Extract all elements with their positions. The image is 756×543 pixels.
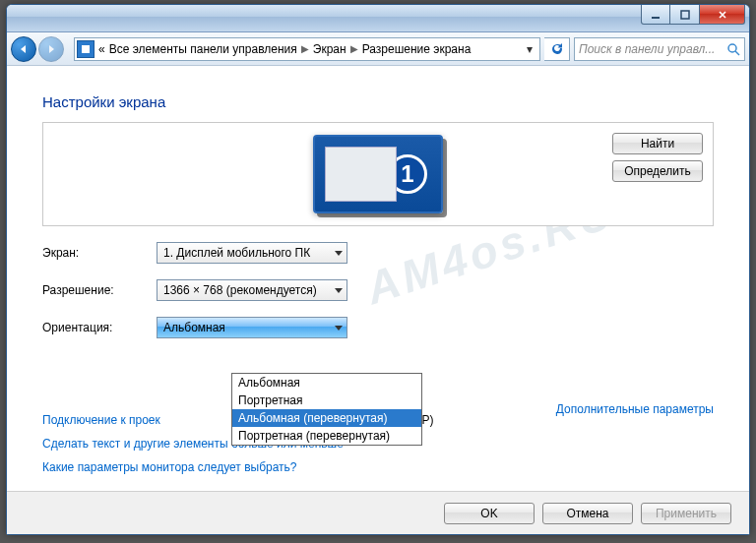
crumb-all[interactable]: Все элементы панели управления [109,42,297,56]
which-settings-link[interactable]: Какие параметры монитора следует выбрать… [42,460,297,474]
search-placeholder: Поиск в панели управл... [579,42,726,56]
maximize-button[interactable] [670,5,700,25]
search-icon [726,42,740,56]
titlebar[interactable] [7,5,749,32]
screen-value: 1. Дисплей мобильного ПК [163,246,310,260]
orientation-value: Альбомная [163,321,225,334]
control-panel-icon [77,40,94,58]
resolution-label: Разрешение: [42,283,157,297]
find-button[interactable]: Найти [612,133,703,154]
address-dropdown[interactable]: ▾ [522,42,537,56]
resolution-value: 1366 × 768 (рекомендуется) [163,283,317,297]
monitor-preview: 1 Найти Определить [42,122,714,226]
option-portrait-flipped[interactable]: Портретная (перевернутая) [232,427,421,445]
back-button[interactable] [11,36,36,62]
option-portrait[interactable]: Портретная [232,392,421,409]
forward-button[interactable] [38,36,64,62]
content-area: AM4os.RU Настройки экрана 1 Найти Опреде… [7,66,749,491]
orientation-select[interactable]: Альбомная [157,317,347,338]
chevron-down-icon [335,251,343,256]
close-button[interactable] [700,5,745,25]
svg-rect-0 [652,17,660,19]
option-landscape[interactable]: Альбомная [232,374,421,392]
footer: OK Отмена Применить [7,491,749,534]
option-landscape-flipped[interactable]: Альбомная (перевернутая) [232,409,421,427]
refresh-button[interactable] [544,37,570,61]
chevron-right-icon: ▶ [350,43,358,54]
ok-button[interactable]: OK [444,503,535,524]
chevron-right-icon: ▶ [301,43,309,54]
monitor-number: 1 [388,154,427,194]
crumb-resolution[interactable]: Разрешение экрана [362,42,472,56]
crumb-prefix: « [98,42,105,56]
detect-button[interactable]: Определить [612,160,703,182]
svg-point-2 [728,44,736,52]
search-input[interactable]: Поиск в панели управл... [574,37,745,61]
svg-line-3 [735,51,739,55]
window: « Все элементы панели управления ▶ Экран… [6,4,750,535]
advanced-link[interactable]: Дополнительные параметры [556,402,714,416]
orientation-dropdown[interactable]: Альбомная Портретная Альбомная (переверн… [231,373,422,446]
projector-link[interactable]: Подключение к проек [42,413,160,427]
screen-label: Экран: [42,246,157,260]
page-title: Настройки экрана [42,93,714,110]
crumb-screen[interactable]: Экран [313,42,346,56]
svg-rect-1 [681,11,689,19]
monitor-icon[interactable]: 1 [313,135,443,213]
apply-button[interactable]: Применить [641,503,731,524]
address-bar[interactable]: « Все элементы панели управления ▶ Экран… [74,37,540,61]
chevron-down-icon [335,326,343,331]
minimize-button[interactable] [641,5,670,25]
navbar: « Все элементы панели управления ▶ Экран… [7,32,749,66]
cancel-button[interactable]: Отмена [542,503,633,524]
orientation-label: Ориентация: [42,321,157,334]
resolution-select[interactable]: 1366 × 768 (рекомендуется) [157,279,347,301]
screen-select[interactable]: 1. Дисплей мобильного ПК [157,242,347,264]
chevron-down-icon [335,288,343,293]
